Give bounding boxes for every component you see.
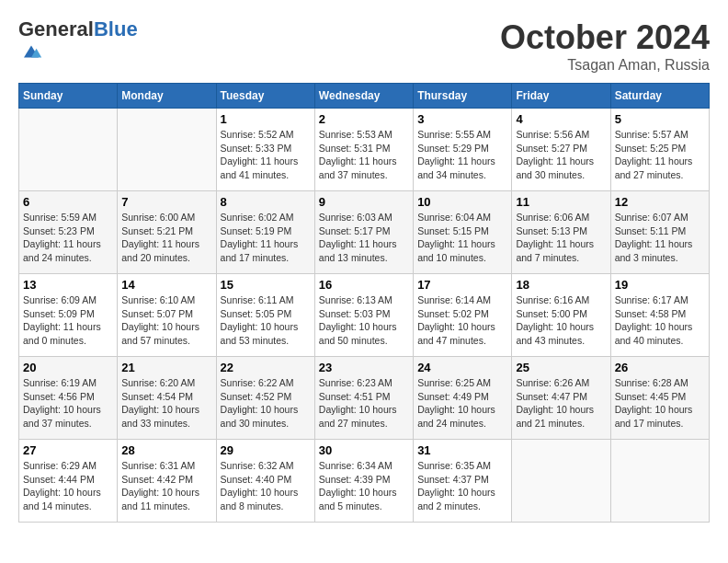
day-detail: Sunrise: 5:53 AM Sunset: 5:31 PM Dayligh…: [319, 128, 409, 182]
logo-icon: [20, 40, 42, 63]
day-number: 7: [121, 195, 211, 209]
logo-general: General: [18, 17, 94, 40]
day-of-week-header: Wednesday: [314, 84, 413, 109]
day-detail: Sunrise: 6:35 AM Sunset: 4:37 PM Dayligh…: [417, 459, 507, 513]
day-detail: Sunrise: 5:52 AM Sunset: 5:33 PM Dayligh…: [221, 128, 311, 182]
logo: GeneralBlue: [18, 18, 138, 66]
day-detail: Sunrise: 5:59 AM Sunset: 5:23 PM Dayligh…: [23, 211, 113, 265]
day-number: 29: [221, 443, 311, 457]
day-number: 11: [516, 195, 606, 209]
calendar-day-cell: 30Sunrise: 6:34 AM Sunset: 4:39 PM Dayli…: [314, 440, 413, 523]
calendar-day-cell: 5Sunrise: 5:57 AM Sunset: 5:25 PM Daylig…: [610, 109, 709, 191]
calendar-day-cell: [118, 109, 216, 191]
day-detail: Sunrise: 6:25 AM Sunset: 4:49 PM Dayligh…: [417, 376, 507, 431]
calendar-day-cell: 15Sunrise: 6:11 AM Sunset: 5:05 PM Dayli…: [216, 274, 314, 357]
calendar-day-cell: [610, 440, 709, 523]
calendar-day-cell: 6Sunrise: 5:59 AM Sunset: 5:23 PM Daylig…: [19, 191, 118, 274]
day-number: 12: [615, 195, 705, 209]
day-number: 18: [516, 278, 606, 292]
day-detail: Sunrise: 6:34 AM Sunset: 4:39 PM Dayligh…: [319, 459, 409, 513]
day-number: 8: [221, 195, 311, 209]
day-number: 21: [121, 361, 211, 374]
day-detail: Sunrise: 6:04 AM Sunset: 5:15 PM Dayligh…: [417, 211, 507, 265]
day-number: 9: [319, 195, 409, 209]
day-detail: Sunrise: 6:06 AM Sunset: 5:13 PM Dayligh…: [516, 211, 606, 265]
day-number: 30: [319, 443, 409, 457]
day-detail: Sunrise: 6:02 AM Sunset: 5:19 PM Dayligh…: [221, 211, 311, 265]
calendar-day-cell: 22Sunrise: 6:22 AM Sunset: 4:52 PM Dayli…: [216, 357, 314, 440]
calendar-day-cell: 12Sunrise: 6:07 AM Sunset: 5:11 PM Dayli…: [610, 191, 709, 274]
calendar-day-cell: 3Sunrise: 5:55 AM Sunset: 5:29 PM Daylig…: [414, 109, 512, 191]
day-number: 24: [417, 361, 507, 374]
day-detail: Sunrise: 5:57 AM Sunset: 5:25 PM Dayligh…: [615, 128, 705, 182]
day-detail: Sunrise: 5:55 AM Sunset: 5:29 PM Dayligh…: [417, 128, 507, 182]
calendar-day-cell: 4Sunrise: 5:56 AM Sunset: 5:27 PM Daylig…: [512, 109, 610, 191]
day-number: 28: [121, 443, 211, 457]
calendar-day-cell: 20Sunrise: 6:19 AM Sunset: 4:56 PM Dayli…: [19, 357, 118, 440]
calendar-day-cell: 28Sunrise: 6:31 AM Sunset: 4:42 PM Dayli…: [118, 440, 216, 523]
day-number: 2: [319, 112, 409, 126]
day-detail: Sunrise: 6:22 AM Sunset: 4:52 PM Dayligh…: [221, 376, 311, 431]
calendar-day-cell: 26Sunrise: 6:28 AM Sunset: 4:45 PM Dayli…: [610, 357, 709, 440]
calendar-day-cell: 23Sunrise: 6:23 AM Sunset: 4:51 PM Dayli…: [314, 357, 413, 440]
day-number: 14: [121, 278, 211, 292]
logo-blue: Blue: [94, 17, 138, 40]
calendar-day-cell: [512, 440, 610, 523]
calendar-day-cell: [19, 109, 118, 191]
day-detail: Sunrise: 6:20 AM Sunset: 4:54 PM Dayligh…: [121, 376, 211, 431]
day-of-week-header: Tuesday: [216, 84, 314, 109]
day-of-week-header: Monday: [118, 84, 216, 109]
calendar-day-cell: 14Sunrise: 6:10 AM Sunset: 5:07 PM Dayli…: [118, 274, 216, 357]
calendar-week-row: 27Sunrise: 6:29 AM Sunset: 4:44 PM Dayli…: [19, 440, 710, 523]
day-detail: Sunrise: 5:56 AM Sunset: 5:27 PM Dayligh…: [516, 128, 606, 182]
calendar-day-cell: 13Sunrise: 6:09 AM Sunset: 5:09 PM Dayli…: [19, 274, 118, 357]
title-block: October 2024 Tsagan Aman, Russia: [500, 18, 710, 74]
day-detail: Sunrise: 6:17 AM Sunset: 4:58 PM Dayligh…: [615, 293, 705, 348]
day-of-week-header: Sunday: [19, 84, 118, 109]
calendar-day-cell: 24Sunrise: 6:25 AM Sunset: 4:49 PM Dayli…: [414, 357, 512, 440]
calendar-day-cell: 10Sunrise: 6:04 AM Sunset: 5:15 PM Dayli…: [414, 191, 512, 274]
calendar-day-cell: 11Sunrise: 6:06 AM Sunset: 5:13 PM Dayli…: [512, 191, 610, 274]
calendar-day-cell: 1Sunrise: 5:52 AM Sunset: 5:33 PM Daylig…: [216, 109, 314, 191]
day-number: 4: [516, 112, 606, 126]
day-detail: Sunrise: 6:07 AM Sunset: 5:11 PM Dayligh…: [615, 211, 705, 265]
calendar-week-row: 1Sunrise: 5:52 AM Sunset: 5:33 PM Daylig…: [19, 109, 710, 191]
day-detail: Sunrise: 6:09 AM Sunset: 5:09 PM Dayligh…: [23, 293, 113, 348]
calendar-day-cell: 7Sunrise: 6:00 AM Sunset: 5:21 PM Daylig…: [118, 191, 216, 274]
day-of-week-header: Friday: [512, 84, 610, 109]
calendar-day-cell: 16Sunrise: 6:13 AM Sunset: 5:03 PM Dayli…: [314, 274, 413, 357]
day-detail: Sunrise: 6:00 AM Sunset: 5:21 PM Dayligh…: [121, 211, 211, 265]
calendar-day-cell: 17Sunrise: 6:14 AM Sunset: 5:02 PM Dayli…: [414, 274, 512, 357]
day-number: 22: [221, 361, 311, 374]
day-detail: Sunrise: 6:11 AM Sunset: 5:05 PM Dayligh…: [221, 293, 311, 348]
calendar-day-cell: 21Sunrise: 6:20 AM Sunset: 4:54 PM Dayli…: [118, 357, 216, 440]
calendar-day-cell: 8Sunrise: 6:02 AM Sunset: 5:19 PM Daylig…: [216, 191, 314, 274]
day-number: 27: [23, 443, 113, 457]
day-detail: Sunrise: 6:23 AM Sunset: 4:51 PM Dayligh…: [319, 376, 409, 431]
calendar-table: SundayMondayTuesdayWednesdayThursdayFrid…: [18, 83, 710, 523]
day-number: 26: [615, 361, 705, 374]
day-detail: Sunrise: 6:14 AM Sunset: 5:02 PM Dayligh…: [417, 293, 507, 348]
day-number: 1: [221, 112, 311, 126]
calendar-week-row: 13Sunrise: 6:09 AM Sunset: 5:09 PM Dayli…: [19, 274, 710, 357]
location-title: Tsagan Aman, Russia: [500, 57, 710, 74]
day-number: 20: [23, 361, 113, 374]
day-detail: Sunrise: 6:29 AM Sunset: 4:44 PM Dayligh…: [23, 459, 113, 513]
day-number: 31: [417, 443, 507, 457]
day-number: 10: [417, 195, 507, 209]
day-detail: Sunrise: 6:13 AM Sunset: 5:03 PM Dayligh…: [319, 293, 409, 348]
calendar-day-cell: 27Sunrise: 6:29 AM Sunset: 4:44 PM Dayli…: [19, 440, 118, 523]
day-number: 23: [319, 361, 409, 374]
day-detail: Sunrise: 6:32 AM Sunset: 4:40 PM Dayligh…: [221, 459, 311, 513]
calendar-day-cell: 31Sunrise: 6:35 AM Sunset: 4:37 PM Dayli…: [414, 440, 512, 523]
day-detail: Sunrise: 6:03 AM Sunset: 5:17 PM Dayligh…: [319, 211, 409, 265]
calendar-day-cell: 18Sunrise: 6:16 AM Sunset: 5:00 PM Dayli…: [512, 274, 610, 357]
day-number: 16: [319, 278, 409, 292]
day-number: 17: [417, 278, 507, 292]
calendar-week-row: 6Sunrise: 5:59 AM Sunset: 5:23 PM Daylig…: [19, 191, 710, 274]
calendar-day-cell: 29Sunrise: 6:32 AM Sunset: 4:40 PM Dayli…: [216, 440, 314, 523]
calendar-week-row: 20Sunrise: 6:19 AM Sunset: 4:56 PM Dayli…: [19, 357, 710, 440]
day-number: 13: [23, 278, 113, 292]
day-detail: Sunrise: 6:16 AM Sunset: 5:00 PM Dayligh…: [516, 293, 606, 348]
day-of-week-header: Thursday: [414, 84, 512, 109]
